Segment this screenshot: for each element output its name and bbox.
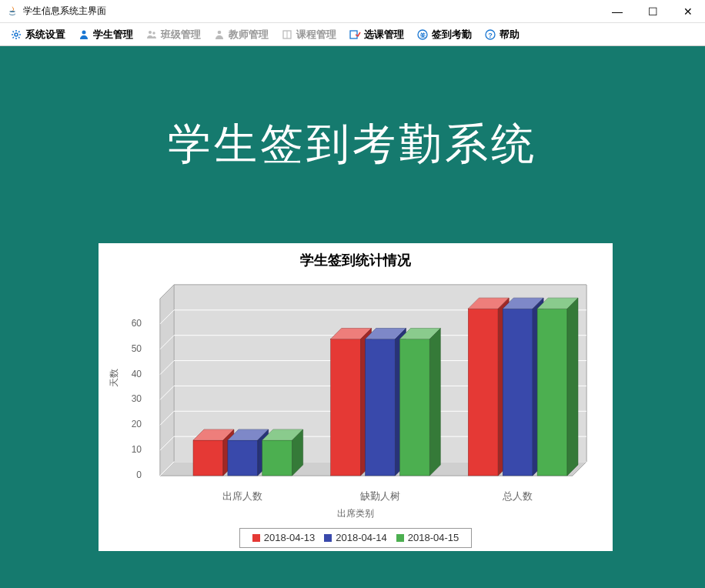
people-icon — [145, 28, 158, 41]
chart-svg — [145, 277, 594, 489]
svg-rect-62 — [537, 309, 567, 476]
maximize-button[interactable]: ☐ — [642, 4, 663, 19]
check-icon: 签 — [416, 28, 429, 41]
plot-area: 天数 0102030405060 出席人数缺勤人树总人数 出席类别 — [109, 272, 602, 503]
close-button[interactable]: ✕ — [677, 4, 699, 19]
y-axis-label: 天数 — [108, 369, 121, 387]
svg-marker-15 — [160, 285, 174, 476]
gear-icon — [10, 28, 22, 41]
menu-label: 帮助 — [500, 28, 520, 42]
menubar: 系统设置学生管理班级管理教师管理课程管理选课管理签签到考勤?帮助 — [0, 23, 705, 46]
window-titlebar: 学生信息系统主界面 — ☐ ✕ — [0, 0, 705, 23]
legend-item: 2018-04-14 — [324, 532, 387, 543]
menu-item-0[interactable]: 系统设置 — [4, 25, 72, 44]
content-area: 学生签到考勤系统 学生签到统计情况 天数 0102030405060 出席人数缺… — [0, 46, 705, 588]
menu-label: 教师管理 — [229, 28, 269, 42]
svg-rect-30 — [193, 440, 223, 476]
window-title: 学生信息系统主界面 — [23, 5, 606, 18]
svg-rect-42 — [331, 339, 361, 476]
teacher-icon — [213, 28, 226, 41]
menu-label: 课程管理 — [296, 28, 336, 42]
x-tick-label: 总人数 — [479, 489, 556, 503]
page-title: 学生签到考勤系统 — [0, 115, 705, 174]
svg-rect-50 — [399, 339, 429, 476]
y-tick-label: 20 — [126, 419, 142, 429]
help-icon: ? — [484, 28, 496, 41]
menu-label: 签到考勤 — [432, 28, 472, 42]
svg-marker-65 — [567, 298, 578, 476]
y-tick-label: 30 — [126, 393, 142, 404]
svg-point-1 — [82, 30, 86, 34]
menu-label: 学生管理 — [93, 28, 133, 42]
legend-item: 2018-04-13 — [252, 532, 316, 543]
menu-label: 系统设置 — [25, 28, 65, 42]
svg-text:签: 签 — [419, 32, 426, 38]
student-icon — [78, 28, 90, 41]
menu-label: 班级管理 — [161, 28, 201, 42]
chart-title: 学生签到统计情况 — [109, 251, 602, 269]
svg-rect-54 — [468, 309, 498, 476]
legend-swatch — [324, 534, 332, 542]
y-tick-label: 0 — [126, 469, 142, 480]
menu-item-6[interactable]: 签签到考勤 — [410, 25, 478, 44]
menu-item-5[interactable]: 选课管理 — [342, 25, 410, 44]
select-icon — [349, 28, 361, 41]
book-icon — [281, 28, 293, 41]
chart-panel: 学生签到统计情况 天数 0102030405060 出席人数缺勤人树总人数 出席… — [99, 243, 613, 551]
menu-item-2: 班级管理 — [139, 25, 207, 44]
svg-point-4 — [218, 30, 222, 34]
svg-text:?: ? — [488, 32, 493, 39]
y-tick-label: 10 — [126, 444, 142, 455]
svg-point-0 — [15, 33, 18, 36]
chart-legend: 2018-04-132018-04-142018-04-15 — [109, 528, 602, 548]
menu-item-4: 课程管理 — [275, 25, 342, 44]
menu-label: 选课管理 — [364, 28, 404, 42]
legend-item: 2018-04-15 — [396, 532, 459, 543]
y-tick-label: 40 — [126, 369, 142, 379]
y-tick-label: 50 — [126, 343, 142, 354]
menu-item-1[interactable]: 学生管理 — [72, 25, 139, 44]
legend-label: 2018-04-13 — [264, 532, 316, 543]
x-axis-label: 出席类别 — [109, 507, 602, 520]
svg-rect-58 — [503, 309, 533, 476]
menu-item-7[interactable]: ?帮助 — [478, 25, 526, 44]
menu-item-3: 教师管理 — [207, 25, 275, 44]
svg-point-3 — [152, 32, 155, 34]
minimize-button[interactable]: — — [606, 4, 628, 19]
legend-swatch — [252, 534, 260, 542]
java-icon — [6, 5, 18, 18]
svg-point-2 — [149, 31, 152, 34]
x-tick-label: 出席人数 — [204, 489, 281, 503]
svg-marker-53 — [429, 329, 440, 476]
svg-rect-46 — [366, 339, 396, 476]
x-tick-label: 缺勤人树 — [342, 489, 419, 503]
legend-label: 2018-04-14 — [336, 532, 387, 543]
svg-rect-38 — [262, 440, 292, 476]
y-tick-label: 60 — [126, 318, 142, 329]
window-controls: — ☐ ✕ — [606, 4, 699, 19]
svg-rect-34 — [228, 440, 258, 476]
legend-label: 2018-04-15 — [408, 532, 459, 543]
legend-swatch — [396, 534, 404, 542]
